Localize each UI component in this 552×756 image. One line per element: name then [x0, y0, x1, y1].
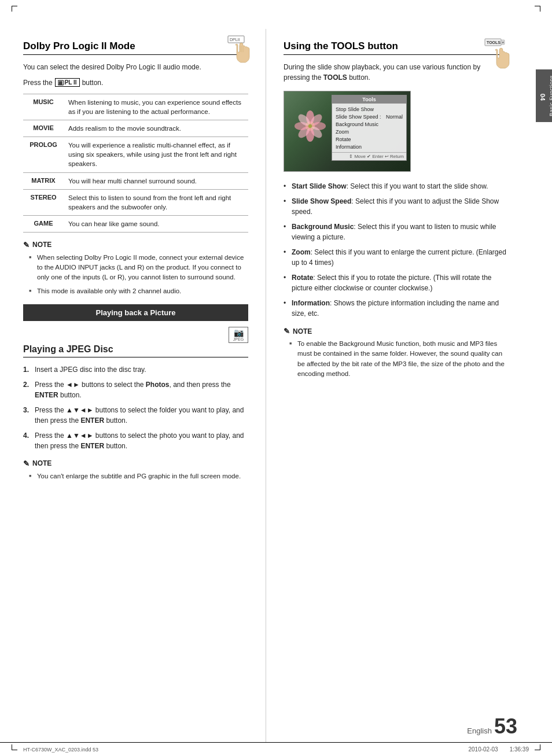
dolby-notes-list: When selecting Dolby Pro Logic II mode, …	[23, 253, 248, 296]
menu-item-label: Slide Show Speed :	[336, 114, 381, 120]
tools-menu-item: Background Music	[336, 120, 403, 128]
mode-desc: You can hear like game sound.	[64, 215, 248, 232]
list-item: 2.Press the ◄► buttons to select the Pho…	[23, 379, 248, 400]
jpeg-note-label: NOTE	[32, 459, 51, 467]
list-item: Rotate: Select this if you to rotate the…	[284, 272, 507, 293]
svg-text:DPLII: DPLII	[230, 38, 240, 42]
mode-desc: Adds realism to the movie soundtrack.	[64, 120, 248, 137]
term-label: Rotate	[292, 274, 313, 282]
list-item: Information: Shows the picture informati…	[284, 298, 507, 319]
tools-menu-item: Zoom	[336, 128, 403, 135]
step-number: 1.	[23, 364, 29, 375]
step-number: 2.	[23, 379, 29, 390]
list-item: 4.Press the ▲▼◄► buttons to select the p…	[23, 430, 248, 451]
playback-banner: Playing back a Picture	[23, 304, 248, 321]
jpeg-note-header: ✎ NOTE	[23, 459, 248, 468]
term-label: Zoom	[292, 248, 311, 256]
svg-text:TOOLS: TOOLS	[487, 40, 501, 45]
menu-item-label: Rotate	[336, 137, 351, 142]
tools-note-header: ✎ NOTE	[284, 327, 507, 335]
tools-title: Using the TOOLS button	[284, 40, 507, 55]
term-desc: : Select this if you want to enlarge the…	[292, 248, 506, 267]
page-wrapper: 04 Basic Functions DPLII	[0, 0, 552, 756]
step-number: 3.	[23, 405, 29, 415]
list-item: Zoom: Select this if you want to enlarge…	[284, 247, 507, 268]
term-label: Background Music	[292, 223, 354, 231]
step-number: 4.	[23, 430, 29, 441]
footer-time: 1:36:39	[510, 746, 529, 753]
side-tab-label: Basic Functions	[549, 75, 552, 116]
svg-text:⬛: ⬛	[58, 81, 63, 86]
tools-bold: TOOLS	[323, 73, 347, 82]
left-column: DPLII Dolby Pro Logic II Mode You can se…	[0, 29, 266, 742]
note-icon: ✎	[23, 241, 30, 249]
mode-label: MOVIE	[23, 120, 64, 137]
camera-icon: 📷	[234, 328, 244, 337]
side-tab-number: 04	[539, 93, 546, 100]
jpeg-title: Playing a JPEG Disc	[23, 344, 248, 357]
footer-file: HT-C6730W_XAC_0203.indd 53	[23, 747, 98, 753]
dolby-intro: You can select the desired Dolby Pro Log…	[23, 62, 248, 72]
tools-menu-title: Tools	[332, 95, 406, 104]
term-label: Slide Show Speed	[292, 197, 351, 205]
press-line: Press the ⬛ PL II button.	[23, 78, 248, 87]
press-pre: Press the	[23, 79, 53, 87]
jpeg-section: Playing a JPEG Disc 1.Insert a JPEG disc…	[23, 344, 248, 481]
pl-icon-svg: ⬛	[58, 80, 65, 86]
table-row: MATRIXYou will hear multi channel surrou…	[23, 172, 248, 189]
tools-note-section: ✎ NOTE To enable the Background Music fu…	[284, 327, 507, 379]
mode-table: MUSICWhen listening to music, you can ex…	[23, 94, 248, 233]
table-row: STEREOSelect this to listen to sound fro…	[23, 189, 248, 215]
note-icon-3: ✎	[284, 327, 290, 335]
mode-desc: You will experience a realistic multi-ch…	[64, 137, 248, 172]
right-column: TOOLS ★ Using the TOOLS button During th…	[266, 29, 536, 742]
page-number: 53	[494, 714, 517, 739]
tools-screenshot: Tools Stop Slide ShowSlide Show Speed :N…	[284, 91, 411, 172]
side-tab: 04 Basic Functions	[536, 69, 552, 122]
page-footer: HT-C6730W_XAC_0203.indd 53 2010-02-03 1:…	[0, 742, 552, 756]
dolby-note-section: ✎ NOTE When selecting Dolby Pro Logic II…	[23, 241, 248, 296]
list-item: To enable the Background Music function,…	[289, 339, 507, 379]
content-area: DPLII Dolby Pro Logic II Mode You can se…	[0, 12, 552, 742]
pl-label: PL II	[65, 79, 77, 86]
mode-label: STEREO	[23, 189, 64, 215]
jpeg-note-section: ✎ NOTE You can't enlarge the subtitle an…	[23, 459, 248, 481]
table-row: GAMEYou can hear like game sound.	[23, 215, 248, 232]
mode-label: MUSIC	[23, 94, 64, 120]
list-item: 1.Insert a JPEG disc into the disc tray.	[23, 364, 248, 375]
tools-menu-item: Rotate	[336, 135, 403, 143]
menu-item-label: Stop Slide Show	[336, 106, 374, 112]
corner-bottom-left	[12, 744, 17, 750]
note-icon-2: ✎	[23, 459, 30, 468]
list-item: You can't enlarge the subtitle and PG gr…	[29, 471, 248, 481]
mode-label: PROLOG	[23, 137, 64, 172]
flower-decoration	[290, 103, 330, 149]
corner-bottom-right	[535, 744, 540, 750]
mode-label: GAME	[23, 215, 64, 232]
tools-menu-item: Information	[336, 143, 403, 150]
dolby-hand-icon: DPLII	[225, 35, 254, 69]
footer-date: 2010-02-03	[468, 746, 498, 753]
tools-note-label: NOTE	[293, 327, 312, 335]
mode-desc: You will hear multi channel surround sou…	[64, 172, 248, 189]
page-number-area: English 53	[467, 714, 517, 739]
table-row: PROLOGYou will experience a realistic mu…	[23, 137, 248, 172]
language-label: English	[467, 727, 492, 735]
list-item: Background Music: Select this if you wan…	[284, 222, 507, 242]
press-post: button.	[82, 79, 104, 87]
jpeg-notes-list: You can't enlarge the subtitle and PG gr…	[23, 471, 248, 481]
tools-intro: During the slide show playback, you can …	[284, 62, 507, 83]
table-row: MUSICWhen listening to music, you can ex…	[23, 94, 248, 120]
mode-label: MATRIX	[23, 172, 64, 189]
tools-desc-list: Start Slide Show: Select this if you wan…	[284, 181, 507, 319]
term-label: Information	[292, 299, 330, 307]
tools-hand-icon: TOOLS ★	[484, 38, 518, 75]
list-item: Slide Show Speed: Select this if you wan…	[284, 196, 507, 217]
tools-menu-item: Slide Show Speed :Normal	[336, 113, 403, 120]
menu-item-label: Information	[336, 144, 362, 150]
mode-desc: Select this to listen to sound from the …	[64, 189, 248, 215]
list-item: Start Slide Show: Select this if you wan…	[284, 181, 507, 191]
table-row: MOVIEAdds realism to the movie soundtrac…	[23, 120, 248, 137]
tools-menu-bottom: ⇕ Move ✔ Enter ↩ Return	[332, 152, 406, 160]
jpeg-icon-area: 📷 JPEG	[23, 327, 248, 343]
